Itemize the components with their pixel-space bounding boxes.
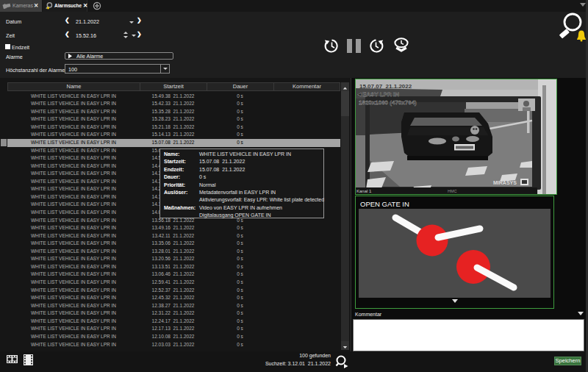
svg-text:15.07.07 21.1.2022: 15.07.07 21.1.2022 <box>359 83 412 90</box>
svg-text:HMC: HMC <box>448 189 457 193</box>
svg-text:Kanal 1: Kanal 1 <box>356 189 372 193</box>
svg-text:MIRASYS: MIRASYS <box>493 180 517 185</box>
svg-text:◄EASY LPR IN: ◄EASY LPR IN <box>356 91 399 98</box>
svg-text:1920x1080 (470x764): 1920x1080 (470x764) <box>359 99 417 106</box>
